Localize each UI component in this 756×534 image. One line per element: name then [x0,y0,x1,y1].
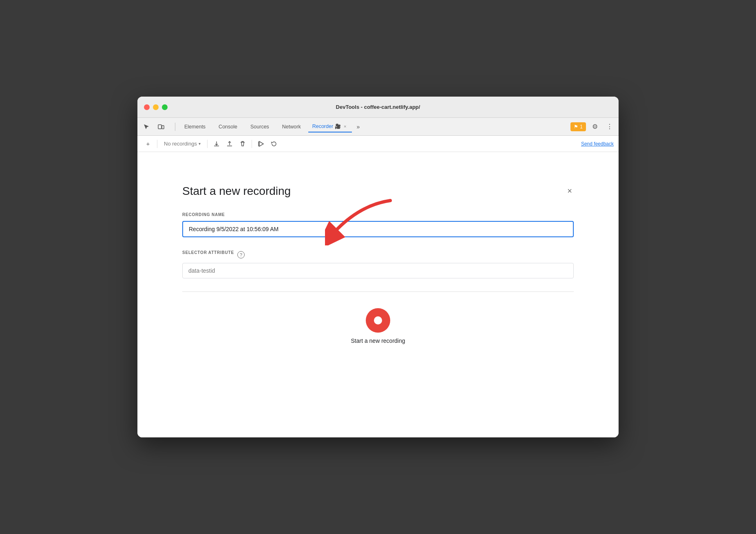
selector-attribute-field: SELECTOR ATTRIBUTE ? [182,250,574,278]
cursor-icon[interactable] [141,121,152,132]
recorder-icon: 🎥 [335,124,341,129]
title-bar: DevTools - coffee-cart.netlify.app/ [137,97,619,118]
issues-badge[interactable]: ⚑ 1 [570,122,586,131]
recording-name-field: RECORDING NAME [182,212,574,237]
toolbar-divider-2 [207,140,208,148]
dialog-header: Start a new recording × [182,185,574,198]
send-feedback-link[interactable]: Send feedback [581,141,614,147]
issues-count: 1 [580,124,583,130]
tab-bar: Elements Console Sources Network Recorde… [137,118,619,136]
selector-attribute-label: SELECTOR ATTRIBUTE [182,250,234,255]
recording-name-input[interactable] [182,221,574,237]
toolbar-divider-1 [157,140,157,148]
recording-name-input-wrapper [182,221,574,237]
svg-rect-0 [158,125,161,129]
traffic-lights [144,104,168,110]
selector-help-icon[interactable]: ? [237,251,245,258]
tab-recorder-wrapper[interactable]: Recorder 🎥 × [308,121,352,132]
record-inner-circle [374,316,382,324]
chevron-down-icon: ▾ [199,141,201,146]
device-toggle-icon[interactable] [155,121,167,132]
dialog-close-button[interactable]: × [566,185,574,197]
close-button[interactable] [144,104,150,110]
browser-window: DevTools - coffee-cart.netlify.app/ Elem… [137,97,619,437]
new-recording-dialog: Start a new recording × RECORDING NAME [162,168,594,360]
recording-selector[interactable]: No recordings ▾ [161,139,204,148]
issues-icon: ⚑ [574,124,578,130]
tab-sources[interactable]: Sources [245,121,275,132]
start-recording-section: Start a new recording [182,308,574,344]
add-recording-button[interactable]: + [142,138,154,150]
devtools-icons [141,121,167,132]
settings-icon[interactable]: ⚙ [589,121,601,132]
fullscreen-button[interactable] [162,104,168,110]
no-recordings-label: No recordings [164,141,197,147]
tab-elements[interactable]: Elements [179,121,211,132]
recorder-toolbar: + No recordings ▾ [137,136,619,152]
import-button[interactable] [224,138,235,150]
dialog-title: Start a new recording [182,185,291,198]
tab-right-icons: ⚑ 1 ⚙ ⋮ [570,121,615,132]
more-options-icon[interactable]: ⋮ [604,121,615,132]
svg-marker-2 [259,141,263,146]
tab-recorder-label: Recorder [312,124,333,129]
tab-divider-1 [175,123,175,131]
window-title: DevTools - coffee-cart.netlify.app/ [336,104,420,110]
play-button[interactable] [255,138,267,150]
start-recording-label: Start a new recording [351,338,405,344]
start-recording-button[interactable] [366,308,390,333]
tab-console[interactable]: Console [213,121,243,132]
toolbar-divider-3 [252,140,252,148]
delete-button[interactable] [237,138,248,150]
tab-network[interactable]: Network [276,121,307,132]
replay-button[interactable] [268,138,280,150]
tab-recorder-close[interactable]: × [343,124,347,129]
main-content: Start a new recording × RECORDING NAME [137,152,619,437]
plus-icon: + [146,140,150,147]
selector-label-row: SELECTOR ATTRIBUTE ? [182,250,574,259]
selector-attribute-input[interactable] [182,263,574,278]
export-button[interactable] [211,138,222,150]
minimize-button[interactable] [153,104,159,110]
dialog-divider [182,291,574,292]
more-tabs-button[interactable]: » [354,122,363,132]
recording-name-label: RECORDING NAME [182,212,574,217]
svg-rect-1 [162,126,164,129]
